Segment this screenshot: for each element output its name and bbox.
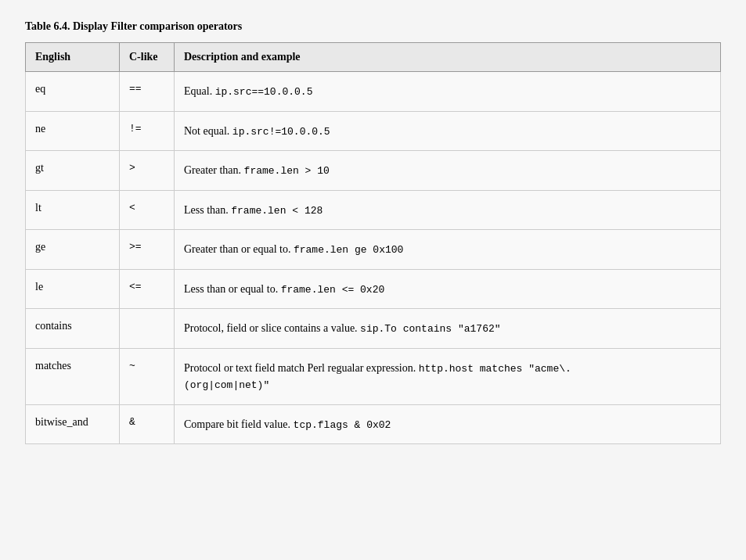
header-english: English: [26, 43, 120, 72]
cell-english: bitwise_and: [26, 404, 120, 444]
cell-description: Greater than. frame.len > 10: [175, 151, 721, 191]
table-row: ge>=Greater than or equal to. frame.len …: [26, 230, 721, 270]
table-row: eq==Equal. ip.src==10.0.0.5: [26, 72, 721, 112]
cell-english: matches: [26, 348, 120, 404]
table-title: Table 6.4. Display Filter comparison ope…: [25, 20, 721, 33]
table-row: matches~Protocol or text field match Per…: [26, 348, 721, 404]
cell-english: gt: [26, 151, 120, 191]
cell-english: ge: [26, 230, 120, 270]
cell-clike: ==: [120, 72, 175, 112]
cell-english: le: [26, 269, 120, 309]
cell-english: lt: [26, 190, 120, 230]
table-row: containsProtocol, field or slice contain…: [26, 309, 721, 349]
table-row: lt<Less than. frame.len < 128: [26, 190, 721, 230]
cell-description: Protocol or text field match Perl regual…: [175, 348, 721, 404]
cell-description: Protocol, field or slice contains a valu…: [175, 309, 721, 349]
cell-description: Equal. ip.src==10.0.0.5: [175, 72, 721, 112]
cell-english: ne: [26, 111, 120, 151]
cell-clike: [120, 309, 175, 349]
table-row: bitwise_and&Compare bit field value. tcp…: [26, 404, 721, 444]
cell-clike: <=: [120, 269, 175, 309]
header-description: Description and example: [175, 43, 721, 72]
cell-description: Greater than or equal to. frame.len ge 0…: [175, 230, 721, 270]
cell-description: Not equal. ip.src!=10.0.0.5: [175, 111, 721, 151]
header-clike: C-like: [120, 43, 175, 72]
cell-clike: &: [120, 404, 175, 444]
cell-description: Compare bit field value. tcp.flags & 0x0…: [175, 404, 721, 444]
cell-description: Less than or equal to. frame.len <= 0x20: [175, 269, 721, 309]
page-container: Table 6.4. Display Filter comparison ope…: [13, 13, 733, 452]
cell-description: Less than. frame.len < 128: [175, 190, 721, 230]
cell-clike: <: [120, 190, 175, 230]
cell-clike: !=: [120, 111, 175, 151]
cell-english: contains: [26, 309, 120, 349]
table-row: ne!=Not equal. ip.src!=10.0.0.5: [26, 111, 721, 151]
cell-english: eq: [26, 72, 120, 112]
cell-clike: >: [120, 151, 175, 191]
table-row: gt>Greater than. frame.len > 10: [26, 151, 721, 191]
cell-clike: ~: [120, 348, 175, 404]
cell-clike: >=: [120, 230, 175, 270]
table-header-row: English C-like Description and example: [26, 43, 721, 72]
comparison-operators-table: English C-like Description and example e…: [25, 42, 721, 444]
table-row: le<=Less than or equal to. frame.len <= …: [26, 269, 721, 309]
